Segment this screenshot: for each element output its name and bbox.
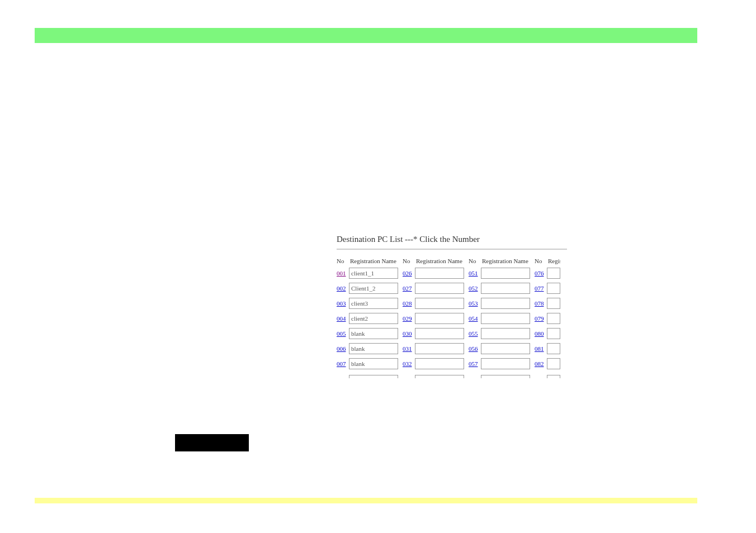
pc-number-link[interactable]: 051 (469, 270, 481, 277)
pc-list-row: 078 (535, 298, 560, 309)
pc-list-column: NoRegistration Name051052053054055056057… (469, 258, 533, 380)
pc-list-row-partial: 000 (403, 373, 467, 380)
pc-list-row: 030 (403, 328, 467, 339)
pc-list-column: NoRegistration Name001002003004005006007… (337, 258, 401, 380)
pc-list-row: 082 (535, 358, 560, 369)
pc-number-link[interactable]: 076 (535, 270, 547, 277)
registration-name-input[interactable] (349, 313, 398, 324)
pc-number-link[interactable]: 002 (337, 285, 349, 292)
pc-number-link[interactable]: 077 (535, 285, 547, 292)
pc-number-link[interactable]: 079 (535, 315, 547, 322)
registration-name-input[interactable] (415, 328, 464, 339)
registration-name-input[interactable] (481, 358, 530, 369)
pc-list-row: 007 (337, 358, 401, 369)
pc-number-link[interactable]: 027 (403, 285, 415, 292)
header-no: No (535, 258, 547, 264)
pc-number-link[interactable]: 031 (403, 345, 415, 352)
registration-name-input[interactable] (481, 343, 530, 354)
registration-name-input[interactable] (547, 358, 560, 369)
registration-name-input-partial (547, 375, 560, 378)
pc-list-column: NoRegis076077078079080081082000 (535, 258, 560, 380)
pc-number-link[interactable]: 056 (469, 345, 481, 352)
registration-name-input[interactable] (547, 283, 560, 294)
pc-list-row: 004 (337, 313, 401, 324)
pc-list-row: 080 (535, 328, 560, 339)
pc-number-link[interactable]: 057 (469, 360, 481, 367)
pc-number-link[interactable]: 006 (337, 345, 349, 352)
registration-name-input[interactable] (415, 313, 464, 324)
registration-name-input[interactable] (349, 343, 398, 354)
pc-number-link[interactable]: 054 (469, 315, 481, 322)
panel-divider (337, 249, 567, 250)
registration-name-input[interactable] (547, 313, 560, 324)
registration-name-input[interactable] (349, 328, 398, 339)
pc-number-link[interactable]: 052 (469, 285, 481, 292)
pc-list-row: 053 (469, 298, 533, 309)
black-redaction-bar (175, 434, 249, 451)
panel-title: Destination PC List ---* Click the Numbe… (337, 235, 567, 244)
pc-list-row: 057 (469, 358, 533, 369)
registration-name-input[interactable] (349, 268, 398, 279)
pc-list-row: 052 (469, 283, 533, 294)
pc-number-link[interactable]: 005 (337, 330, 349, 337)
pc-number-link[interactable]: 030 (403, 330, 415, 337)
pc-number-link[interactable]: 082 (535, 360, 547, 367)
header-no: No (403, 258, 415, 264)
registration-name-input[interactable] (547, 343, 560, 354)
pc-list-row: 001 (337, 268, 401, 279)
registration-name-input[interactable] (349, 358, 398, 369)
pc-number-link[interactable]: 004 (337, 315, 349, 322)
pc-list-row-partial: 000 (337, 373, 401, 380)
registration-name-input[interactable] (547, 268, 560, 279)
pc-list-row: 031 (403, 343, 467, 354)
pc-number-link[interactable]: 029 (403, 315, 415, 322)
pc-list-row: 032 (403, 358, 467, 369)
registration-name-input[interactable] (349, 283, 398, 294)
pc-list-row: 028 (403, 298, 467, 309)
registration-name-input[interactable] (415, 343, 464, 354)
pc-list-row: 081 (535, 343, 560, 354)
pc-list-row: 077 (535, 283, 560, 294)
registration-name-input[interactable] (481, 298, 530, 309)
registration-name-input[interactable] (547, 328, 560, 339)
pc-list-row-partial: 000 (469, 373, 533, 380)
header-registration-name: Registration Name (481, 258, 533, 264)
registration-name-input[interactable] (415, 268, 464, 279)
pc-list-row: 076 (535, 268, 560, 279)
registration-name-input[interactable] (481, 328, 530, 339)
pc-number-link[interactable]: 003 (337, 300, 349, 307)
registration-name-input[interactable] (349, 298, 398, 309)
pc-number-link[interactable]: 078 (535, 300, 547, 307)
registration-name-input[interactable] (481, 268, 530, 279)
pc-list-row: 002 (337, 283, 401, 294)
pc-number-link[interactable]: 001 (337, 270, 349, 277)
pc-number-link[interactable]: 080 (535, 330, 547, 337)
registration-name-input-partial (415, 375, 464, 378)
pc-list-row: 051 (469, 268, 533, 279)
registration-name-input[interactable] (481, 313, 530, 324)
column-header: NoRegis (535, 258, 560, 264)
pc-list-row: 029 (403, 313, 467, 324)
pc-number-link[interactable]: 032 (403, 360, 415, 367)
column-header: NoRegistration Name (337, 258, 401, 264)
header-no: No (469, 258, 481, 264)
registration-name-input[interactable] (547, 298, 560, 309)
header-no: No (337, 258, 349, 264)
pc-number-link[interactable]: 053 (469, 300, 481, 307)
header-registration-name: Registration Name (415, 258, 467, 264)
pc-number-link[interactable]: 081 (535, 345, 547, 352)
pc-list-row-partial: 000 (535, 373, 560, 380)
pc-number-link[interactable]: 055 (469, 330, 481, 337)
registration-name-input[interactable] (415, 298, 464, 309)
pc-number-link[interactable]: 007 (337, 360, 349, 367)
pc-number-link[interactable]: 026 (403, 270, 415, 277)
pc-list-row: 054 (469, 313, 533, 324)
pc-list-row: 056 (469, 343, 533, 354)
destination-pc-list-panel: Destination PC List ---* Click the Numbe… (337, 235, 567, 380)
registration-name-input[interactable] (415, 358, 464, 369)
registration-name-input[interactable] (415, 283, 464, 294)
header-registration-name: Regis (547, 258, 560, 264)
header-registration-name: Registration Name (349, 258, 401, 264)
pc-number-link[interactable]: 028 (403, 300, 415, 307)
registration-name-input[interactable] (481, 283, 530, 294)
